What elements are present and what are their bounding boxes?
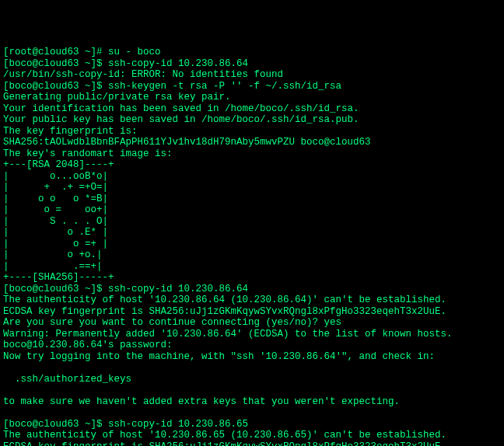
- terminal-line: ECDSA key fingerprint is SHA256:uJj1zGKm…: [3, 306, 446, 317]
- terminal-line: Your public key has been saved in /home/…: [3, 114, 359, 125]
- terminal-line: | o...ooB*o|: [3, 171, 108, 182]
- terminal-line: | S . . . O|: [3, 216, 108, 227]
- terminal-line: The authenticity of host '10.230.86.65 (…: [3, 430, 446, 441]
- terminal-line: | o =+ |: [3, 239, 108, 249]
- terminal-line: boco@10.230.86.64's password:: [3, 340, 173, 350]
- terminal-line: to make sure we haven't added extra keys…: [3, 396, 400, 407]
- terminal-line: /usr/bin/ssh-copy-id: ERROR: No identiti…: [3, 69, 283, 80]
- terminal-line: | + .+ =+O=|: [3, 182, 108, 193]
- terminal-line: +----[SHA256]-----+: [3, 272, 114, 283]
- terminal-line: ECDSA key fingerprint is SHA256:uJj1zGKm…: [3, 441, 446, 447]
- terminal-line: | o .E* |: [3, 227, 108, 238]
- terminal-line: [root@cloud63 ~]# su - boco: [3, 47, 161, 57]
- terminal-line: | o o o *=B|: [3, 193, 108, 204]
- terminal-line: | .==+|: [3, 261, 103, 272]
- terminal-line: | o +o.|: [3, 249, 103, 260]
- terminal-line: Your identification has been saved in /h…: [3, 103, 359, 114]
- terminal-line: The authenticity of host '10.230.86.64 (…: [3, 294, 446, 305]
- terminal-line: Warning: Permanently added '10.230.86.64…: [3, 329, 453, 340]
- terminal-line: The key's randomart image is:: [3, 148, 173, 159]
- terminal-line: SHA256:tAOLwdblBbnBFApPH611YJv1hv18dH79n…: [3, 137, 371, 148]
- terminal-line: Are you sure you want to continue connec…: [3, 317, 341, 328]
- terminal-line: [boco@cloud63 ~]$ ssh-copy-id 10.230.86.…: [3, 284, 248, 294]
- terminal-line: The key fingerprint is:: [3, 126, 138, 137]
- terminal-line: | o = oo+|: [3, 204, 108, 215]
- terminal-line: +---[RSA 2048]----+: [3, 159, 114, 170]
- terminal-line: [boco@cloud63 ~]$ ssh-copy-id 10.230.86.…: [3, 419, 248, 430]
- terminal-line: Generating public/private rsa key pair.: [3, 92, 231, 103]
- terminal-line: .ssh/authorized_keys: [3, 374, 131, 385]
- terminal-line: [boco@cloud63 ~]$ ssh-keygen -t rsa -P '…: [3, 81, 341, 92]
- terminal-line: [boco@cloud63 ~]$ ssh-copy-id 10.230.86.…: [3, 58, 248, 69]
- terminal-output[interactable]: [root@cloud63 ~]# su - boco [boco@cloud6…: [0, 45, 504, 446]
- terminal-line: Now try logging into the machine, with "…: [3, 351, 435, 362]
